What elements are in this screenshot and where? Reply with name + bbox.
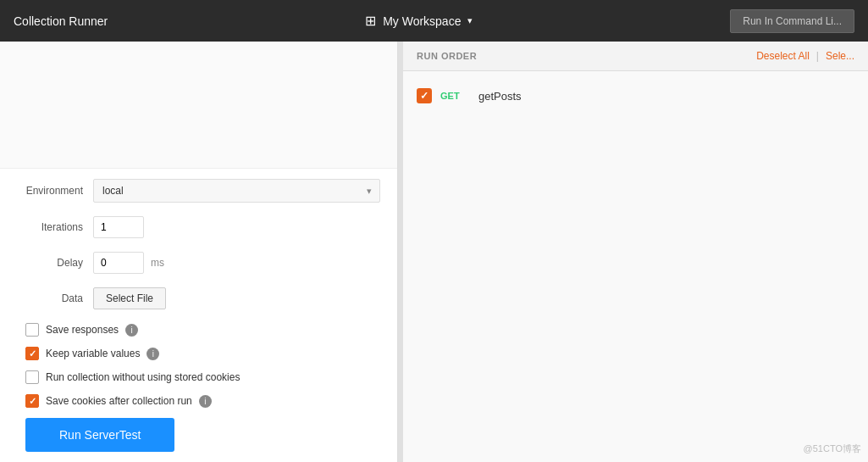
run-without-cookies-label: Run collection without using stored cook… [46,371,240,383]
environment-label: Environment [17,185,93,197]
run-button[interactable]: Run ServerTest [25,418,174,452]
iterations-row: Iterations [17,216,380,238]
data-label: Data [17,292,93,304]
delay-unit: ms [151,257,164,269]
request-checkbox[interactable] [417,88,432,103]
delay-row: Delay ms [17,252,380,274]
left-panel: Environment local development production… [0,42,398,462]
save-cookies-label: Save cookies after collection run [46,395,192,407]
collection-preview [0,42,397,169]
header-left: Collection Runner [14,14,108,28]
save-cookies-row: Save cookies after collection run i [17,394,380,408]
run-without-cookies-checkbox[interactable] [25,370,39,384]
watermark: @51CTO博客 [804,443,861,455]
header-right: Run In Command Li... [730,9,854,33]
request-name: getPosts [478,90,522,103]
run-command-button[interactable]: Run In Command Li... [730,9,854,33]
data-row: Data Select File [17,287,380,309]
grid-icon: ⊞ [365,13,376,29]
save-cookies-info-icon[interactable]: i [199,395,212,408]
run-without-cookies-row: Run collection without using stored cook… [17,370,380,384]
iterations-label: Iterations [17,221,93,233]
select-link[interactable]: Sele... [826,50,854,62]
chevron-down-icon: ▾ [467,15,473,26]
save-responses-label: Save responses [46,324,119,336]
save-cookies-checkbox[interactable] [25,394,39,408]
run-without-cookies-checkbox-item[interactable]: Run collection without using stored cook… [25,370,240,384]
header: Collection Runner ⊞ My Workspace ▾ Run I… [0,0,868,42]
workspace-selector[interactable]: ⊞ My Workspace ▾ [365,13,473,29]
environment-row: Environment local development production… [17,179,380,203]
run-order-header: RUN ORDER Deselect All | Sele... [403,42,868,71]
method-badge: GET [440,91,470,101]
keep-variable-row: Keep variable values i [17,347,380,360]
run-order-actions: Deselect All | Sele... [756,50,854,62]
action-separator: | [816,50,819,62]
request-item[interactable]: GET getPosts [417,81,854,110]
workspace-name: My Workspace [383,14,461,28]
iterations-input[interactable] [93,216,144,238]
keep-variable-checkbox[interactable] [25,347,39,360]
save-responses-checkbox[interactable] [25,323,39,337]
keep-variable-checkbox-item[interactable]: Keep variable values i [25,347,159,360]
main-layout: Environment local development production… [0,42,868,462]
save-responses-info-icon[interactable]: i [125,324,138,337]
environment-select-wrapper: local development production staging ▾ [93,179,380,203]
save-responses-checkbox-item[interactable]: Save responses i [25,323,138,337]
app-title: Collection Runner [14,14,108,28]
request-list: GET getPosts [403,71,868,277]
save-responses-row: Save responses i [17,323,380,337]
select-file-button[interactable]: Select File [93,287,166,309]
right-panel: RUN ORDER Deselect All | Sele... GET get… [403,42,868,462]
deselect-all-link[interactable]: Deselect All [756,50,810,62]
form-section: Environment local development production… [0,169,397,462]
keep-variable-label: Keep variable values [46,348,140,359]
keep-variable-info-icon[interactable]: i [147,348,159,360]
delay-input[interactable] [93,252,144,274]
delay-label: Delay [17,257,93,269]
run-order-title: RUN ORDER [417,51,477,61]
save-cookies-checkbox-item[interactable]: Save cookies after collection run i [25,394,212,408]
environment-select[interactable]: local development production staging [93,179,380,203]
